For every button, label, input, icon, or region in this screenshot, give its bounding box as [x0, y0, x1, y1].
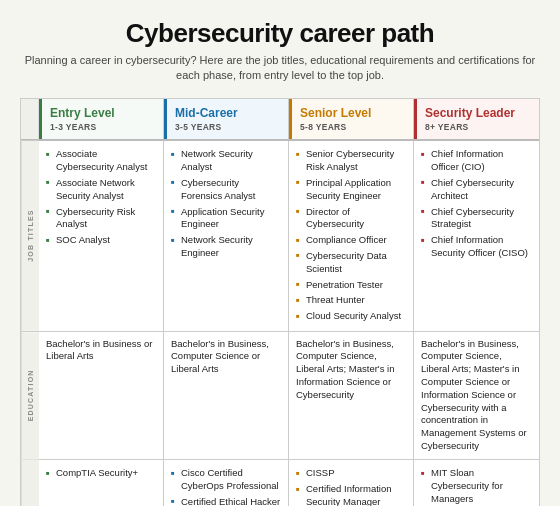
- job-titles-label: JOB TITLES: [21, 141, 39, 331]
- list-item: Network Security Engineer: [171, 233, 281, 262]
- leader-job-titles: Chief Information Officer (CIO) Chief Cy…: [414, 141, 539, 331]
- page-title: Cybersecurity career path: [20, 18, 540, 49]
- col-header-entry: Entry Level 1-3 Years: [39, 99, 164, 139]
- mid-certifications: Cisco Certified CyberOps Professional Ce…: [164, 460, 289, 506]
- certifications-label: CERTIFICATIONS: [21, 460, 39, 506]
- list-item: Director of Cybersecurity: [296, 204, 406, 233]
- senior-education: Bachelor's in Business, Computer Science…: [289, 332, 414, 459]
- senior-job-titles: Senior Cybersecurity Risk Analyst Princi…: [289, 141, 414, 331]
- list-item: Certified Information Security Manager (…: [296, 482, 406, 506]
- list-item: Cloud Security Analyst: [296, 309, 406, 325]
- mid-job-titles: Network Security Analyst Cybersecurity F…: [164, 141, 289, 331]
- entry-level-label: Entry Level: [50, 106, 155, 120]
- header-row: Entry Level 1-3 Years Mid-Career 3-5 Yea…: [21, 99, 539, 141]
- col-header-senior: Senior Level 5-8 Years: [289, 99, 414, 139]
- education-row: EDUCATION Bachelor's in Business or Libe…: [21, 332, 539, 460]
- list-item: Cybersecurity Risk Analyst: [46, 204, 156, 233]
- list-item: Network Security Analyst: [171, 147, 281, 176]
- page-subtitle: Planning a career in cybersecurity? Here…: [20, 53, 540, 84]
- career-grid: Entry Level 1-3 Years Mid-Career 3-5 Yea…: [20, 98, 540, 506]
- list-item: Chief Cybersecurity Strategist: [421, 204, 532, 233]
- mid-level-label: Mid-Career: [175, 106, 280, 120]
- list-item: MIT Sloan Cybersecurity for Managers: [421, 466, 532, 506]
- education-label: EDUCATION: [21, 332, 39, 459]
- col-header-mid: Mid-Career 3-5 Years: [164, 99, 289, 139]
- list-item: Certified Ethical Hacker (CEH): [171, 494, 281, 506]
- list-item: Chief Information Officer (CIO): [421, 147, 532, 176]
- list-item: Associate Network Security Analyst: [46, 175, 156, 204]
- leader-years-label: 8+ Years: [425, 122, 531, 132]
- list-item: Cybersecurity Forensics Analyst: [171, 175, 281, 204]
- senior-level-label: Senior Level: [300, 106, 405, 120]
- list-item: Threat Hunter: [296, 293, 406, 309]
- entry-certifications: CompTIA Security+: [39, 460, 164, 506]
- mid-years-label: 3-5 Years: [175, 122, 280, 132]
- leader-education: Bachelor's in Business, Computer Science…: [414, 332, 539, 459]
- certifications-row: CERTIFICATIONS CompTIA Security+ Cisco C…: [21, 460, 539, 506]
- list-item: Cybersecurity Data Scientist: [296, 248, 406, 277]
- list-item: Chief Cybersecurity Architect: [421, 175, 532, 204]
- list-item: Application Security Engineer: [171, 204, 281, 233]
- senior-years-label: 5-8 Years: [300, 122, 405, 132]
- list-item: Penetration Tester: [296, 277, 406, 293]
- list-item: SOC Analyst: [46, 233, 156, 249]
- list-item: Cisco Certified CyberOps Professional: [171, 466, 281, 495]
- list-item: Senior Cybersecurity Risk Analyst: [296, 147, 406, 176]
- mid-education: Bachelor's in Business, Computer Science…: [164, 332, 289, 459]
- list-item: CompTIA Security+: [46, 466, 156, 482]
- entry-job-titles: Associate Cybersecurity Analyst Associat…: [39, 141, 164, 331]
- entry-years-label: 1-3 Years: [50, 122, 155, 132]
- col-header-leader: Security Leader 8+ Years: [414, 99, 539, 139]
- senior-certifications: CISSP Certified Information Security Man…: [289, 460, 414, 506]
- list-item: Principal Application Security Engineer: [296, 175, 406, 204]
- corner-cell: [21, 99, 39, 139]
- leader-certifications: MIT Sloan Cybersecurity for Managers CIS…: [414, 460, 539, 506]
- entry-education: Bachelor's in Business or Liberal Arts: [39, 332, 164, 459]
- leader-level-label: Security Leader: [425, 106, 531, 120]
- list-item: Associate Cybersecurity Analyst: [46, 147, 156, 176]
- list-item: Compliance Officer: [296, 233, 406, 249]
- job-titles-row: JOB TITLES Associate Cybersecurity Analy…: [21, 141, 539, 332]
- list-item: CISSP: [296, 466, 406, 482]
- list-item: Chief Information Security Officer (CISO…: [421, 233, 532, 262]
- page: Cybersecurity career path Planning a car…: [0, 0, 560, 506]
